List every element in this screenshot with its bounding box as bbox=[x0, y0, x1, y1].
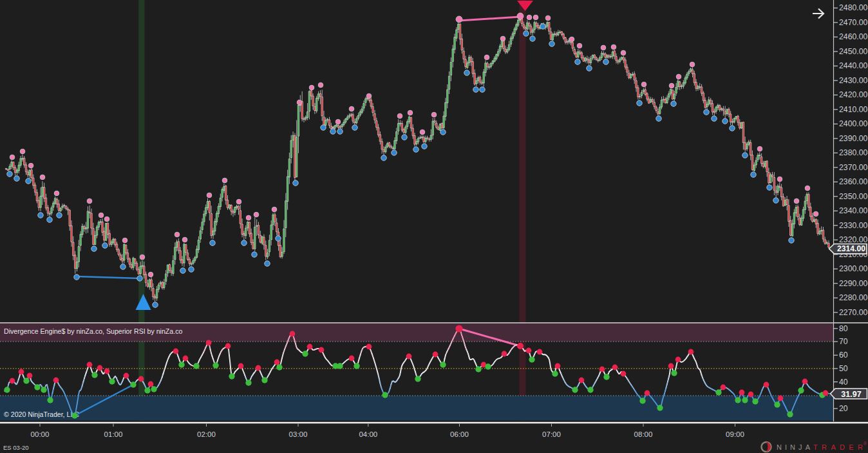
svg-text:2430.00: 2430.00 bbox=[839, 76, 868, 85]
svg-text:2400.00: 2400.00 bbox=[839, 119, 868, 128]
svg-text:03:00: 03:00 bbox=[289, 430, 308, 438]
svg-text:20: 20 bbox=[839, 404, 848, 413]
svg-text:2410.00: 2410.00 bbox=[839, 105, 868, 114]
svg-text:01:00: 01:00 bbox=[104, 430, 123, 438]
svg-text:31.97: 31.97 bbox=[841, 390, 861, 399]
svg-text:2370.00: 2370.00 bbox=[839, 163, 868, 172]
svg-text:50: 50 bbox=[839, 364, 848, 373]
svg-text:2350.00: 2350.00 bbox=[839, 192, 868, 201]
svg-text:2460.00: 2460.00 bbox=[839, 32, 868, 41]
svg-text:2280.00: 2280.00 bbox=[839, 293, 868, 302]
svg-text:04:00: 04:00 bbox=[359, 430, 377, 438]
svg-text:© 2020 NinjaTrader, LLC: © 2020 NinjaTrader, LLC bbox=[4, 410, 79, 418]
svg-text:2380.00: 2380.00 bbox=[839, 148, 868, 157]
svg-text:2290.00: 2290.00 bbox=[839, 279, 868, 288]
svg-text:2330.00: 2330.00 bbox=[839, 221, 868, 230]
svg-text:2470.00: 2470.00 bbox=[839, 18, 868, 27]
svg-text:70: 70 bbox=[839, 337, 848, 346]
svg-text:07:00: 07:00 bbox=[542, 430, 561, 438]
svg-text:02:00: 02:00 bbox=[197, 430, 216, 438]
svg-text:2450.00: 2450.00 bbox=[839, 47, 868, 56]
svg-text:2480.00: 2480.00 bbox=[839, 3, 868, 12]
svg-text:2420.00: 2420.00 bbox=[839, 90, 868, 99]
svg-text:09:00: 09:00 bbox=[726, 430, 744, 438]
svg-text:08:00: 08:00 bbox=[634, 430, 653, 438]
svg-text:00:00: 00:00 bbox=[31, 430, 50, 438]
svg-text:06:00: 06:00 bbox=[450, 430, 469, 438]
svg-text:NINJA: NINJA bbox=[777, 443, 811, 451]
svg-text:2270.00: 2270.00 bbox=[839, 308, 868, 317]
svg-text:®: ® bbox=[863, 441, 867, 446]
svg-text:2440.00: 2440.00 bbox=[839, 61, 868, 70]
svg-text:2340.00: 2340.00 bbox=[839, 206, 868, 215]
svg-text:2360.00: 2360.00 bbox=[839, 177, 868, 186]
svg-text:Divergence Engine$ by ninZa.co: Divergence Engine$ by ninZa.co, Superior… bbox=[4, 327, 182, 335]
svg-text:2300.00: 2300.00 bbox=[839, 264, 868, 273]
svg-text:2320.00: 2320.00 bbox=[839, 235, 868, 244]
svg-text:2390.00: 2390.00 bbox=[839, 134, 868, 143]
svg-text:40: 40 bbox=[839, 378, 848, 387]
svg-text:ES 03-20: ES 03-20 bbox=[3, 444, 29, 451]
svg-text:80: 80 bbox=[839, 324, 848, 333]
svg-text:2314.00: 2314.00 bbox=[837, 244, 865, 253]
svg-text:60: 60 bbox=[839, 351, 848, 360]
